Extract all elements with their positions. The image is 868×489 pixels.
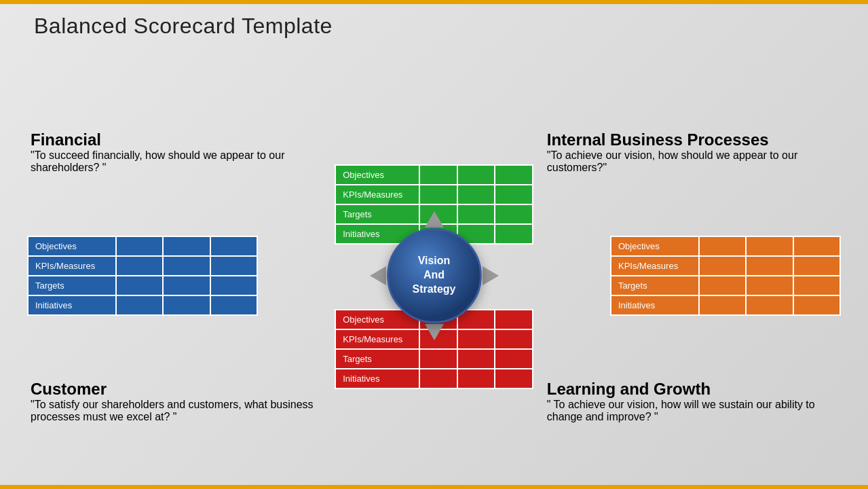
data-cell bbox=[163, 256, 210, 276]
data-cell bbox=[210, 276, 257, 295]
data-cell bbox=[210, 295, 257, 315]
arrow-left-icon bbox=[370, 266, 386, 285]
customer-panel: Customer "To satisfy our shareholders an… bbox=[20, 304, 335, 489]
data-cell bbox=[495, 369, 533, 388]
row-label: Objectives bbox=[335, 165, 419, 185]
vision-text: VisionAndStrategy bbox=[412, 254, 455, 296]
row-label: Objectives bbox=[611, 236, 699, 256]
data-cell bbox=[419, 369, 457, 388]
data-cell bbox=[495, 185, 533, 204]
data-cell bbox=[419, 185, 457, 204]
table-row: KPIs/Measures bbox=[335, 185, 533, 204]
vision-circle: VisionAndStrategy bbox=[387, 228, 482, 323]
data-cell bbox=[699, 276, 746, 295]
data-cell bbox=[163, 276, 210, 295]
internal-title: Internal Business Processes bbox=[547, 130, 841, 149]
customer-title: Customer bbox=[31, 380, 328, 399]
data-cell bbox=[419, 349, 457, 369]
data-cell bbox=[746, 256, 793, 276]
financial-title: Financial bbox=[31, 130, 328, 149]
data-cell bbox=[116, 295, 163, 315]
data-cell bbox=[457, 165, 495, 185]
data-cell bbox=[457, 185, 495, 204]
learning-description: " To achieve our vision, how will we sus… bbox=[547, 399, 841, 423]
table-row: Initiatives bbox=[28, 295, 257, 315]
table-row: Targets bbox=[611, 276, 840, 295]
table-row: KPIs/Measures bbox=[28, 256, 257, 276]
row-label: KPIs/Measures bbox=[335, 185, 419, 204]
slide-border-top bbox=[0, 0, 868, 4]
data-cell bbox=[116, 256, 163, 276]
row-label: Targets bbox=[335, 349, 419, 369]
financial-description: "To succeed financially, how should we a… bbox=[31, 149, 328, 174]
data-cell bbox=[116, 276, 163, 295]
data-cell bbox=[419, 165, 457, 185]
internal-panel: Internal Business Processes "To achieve … bbox=[533, 54, 848, 250]
data-cell bbox=[163, 295, 210, 315]
table-row: Initiatives bbox=[611, 295, 840, 315]
row-label: KPIs/Measures bbox=[28, 256, 116, 276]
learning-panel: Learning and Growth " To achieve our vis… bbox=[533, 304, 848, 489]
arrow-right-icon bbox=[483, 266, 499, 285]
row-label: Objectives bbox=[28, 236, 116, 256]
vision-wrap: VisionAndStrategy bbox=[366, 208, 502, 344]
learning-title: Learning and Growth bbox=[547, 380, 841, 399]
row-label: Targets bbox=[28, 276, 116, 295]
data-cell bbox=[793, 295, 840, 315]
data-cell bbox=[699, 236, 746, 256]
data-cell bbox=[793, 276, 840, 295]
left-blue-table: Objectives KPIs/Measures Targets bbox=[27, 236, 258, 316]
data-cell bbox=[457, 349, 495, 369]
data-cell bbox=[746, 236, 793, 256]
table-row: Objectives bbox=[335, 165, 533, 185]
data-cell bbox=[793, 236, 840, 256]
row-label: Initiatives bbox=[28, 295, 116, 315]
customer-description: "To satisfy our shareholders and custome… bbox=[31, 399, 328, 423]
data-cell bbox=[210, 256, 257, 276]
main-layout: Financial "To succeed financially, how s… bbox=[20, 54, 848, 479]
right-orange-table: Objectives KPIs/Measures Targets bbox=[610, 236, 841, 316]
row-label: Targets bbox=[611, 276, 699, 295]
data-cell bbox=[793, 256, 840, 276]
row-label: Initiatives bbox=[611, 295, 699, 315]
table-row: Targets bbox=[28, 276, 257, 295]
internal-description: "To achieve our vision, how should we ap… bbox=[547, 149, 841, 174]
data-cell bbox=[495, 349, 533, 369]
table-row: Objectives bbox=[28, 236, 257, 256]
row-label: KPIs/Measures bbox=[611, 256, 699, 276]
data-cell bbox=[746, 295, 793, 315]
row-label: Initiatives bbox=[335, 369, 419, 388]
arrow-down-icon bbox=[425, 324, 444, 340]
table-row: Initiatives bbox=[335, 369, 533, 388]
data-cell bbox=[699, 295, 746, 315]
slide-title: Balanced Scorecard Template bbox=[34, 14, 333, 39]
arrow-up-icon bbox=[425, 211, 444, 228]
financial-panel: Financial "To succeed financially, how s… bbox=[20, 54, 335, 250]
data-cell bbox=[495, 165, 533, 185]
data-cell bbox=[210, 236, 257, 256]
data-cell bbox=[116, 236, 163, 256]
mid-row: Objectives KPIs/Measures Targets bbox=[20, 250, 848, 301]
data-cell bbox=[746, 276, 793, 295]
data-cell bbox=[163, 236, 210, 256]
table-row: Targets bbox=[335, 349, 533, 369]
data-cell bbox=[699, 256, 746, 276]
table-row: KPIs/Measures bbox=[611, 256, 840, 276]
data-cell bbox=[457, 369, 495, 388]
table-row: Objectives bbox=[611, 236, 840, 256]
